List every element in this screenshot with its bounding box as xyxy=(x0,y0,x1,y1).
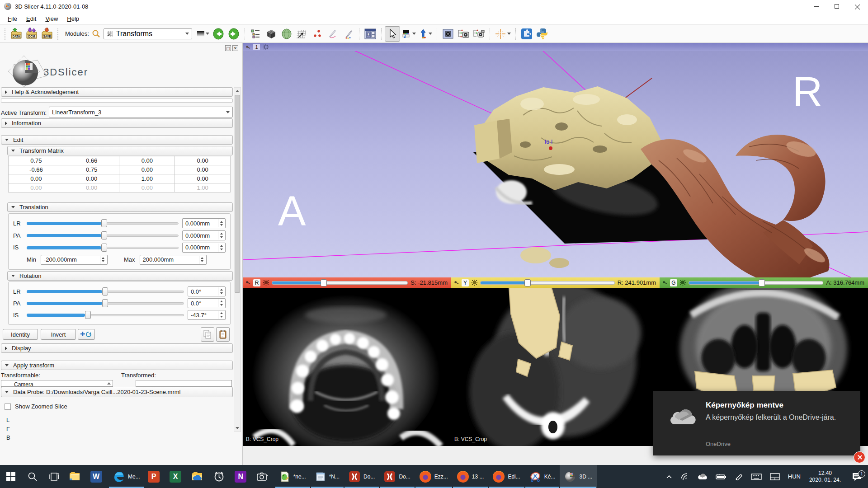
rotation-section[interactable]: Rotation xyxy=(7,271,233,281)
menu-view[interactable]: View xyxy=(41,14,62,24)
module-hierarchy-button[interactable] xyxy=(248,26,264,42)
module-selector[interactable]: Transforms xyxy=(104,28,192,39)
taskbar-app-camera[interactable] xyxy=(253,465,275,488)
undock-panel-icon[interactable]: ▢ xyxy=(225,45,231,51)
active-transform-selector[interactable]: LinearTransform_3 xyxy=(49,107,233,117)
spinner-arrows[interactable] xyxy=(218,299,224,307)
models-module-button[interactable] xyxy=(279,26,294,42)
extensions-manager-button[interactable] xyxy=(519,26,534,42)
tray-touch-keyboard[interactable] xyxy=(747,473,766,480)
transform-matrix-section[interactable]: Transform Matrix xyxy=(7,146,233,155)
close-panel-icon[interactable]: ✕ xyxy=(232,45,238,51)
taskbar-app-file-explorer[interactable] xyxy=(65,465,87,488)
tray-onedrive[interactable] xyxy=(693,474,712,480)
module-history-dropdown[interactable] xyxy=(197,31,209,37)
save-button[interactable]: SAVE xyxy=(39,26,55,42)
tray-chevron-up[interactable] xyxy=(662,474,676,479)
toolbar-grip[interactable] xyxy=(57,28,59,40)
taskbar-app-firefox[interactable]: Edi... xyxy=(488,465,524,488)
menu-edit[interactable]: Edit xyxy=(22,14,40,24)
copy-transform-button[interactable] xyxy=(201,327,214,342)
taskbar-app-alarms[interactable] xyxy=(210,465,231,488)
green-slice-bar[interactable]: G A: 316.764mm xyxy=(660,277,868,288)
transformable-list[interactable]: Camera xyxy=(1,380,113,387)
taskbar-app-edge[interactable]: Me... xyxy=(108,465,145,488)
task-view-button[interactable] xyxy=(43,465,65,488)
taskbar-app-acrobat[interactable]: Do... xyxy=(379,465,415,488)
tray-pen[interactable] xyxy=(731,473,747,480)
spinner-arrows[interactable] xyxy=(218,311,224,319)
annotations-marker-button[interactable] xyxy=(340,26,356,42)
slice-offset-slider[interactable] xyxy=(272,279,408,286)
translation-lr-value[interactable]: 0.000mm xyxy=(182,218,226,228)
tray-clock[interactable]: 12:40 2020. 01. 24. xyxy=(805,470,845,483)
rotation-pa-slider[interactable] xyxy=(27,299,184,307)
maximize-button[interactable] xyxy=(826,0,847,13)
python-console-button[interactable] xyxy=(534,26,550,42)
taskbar-app-powerpoint[interactable]: P xyxy=(145,465,166,488)
spinner-arrows[interactable] xyxy=(218,244,224,252)
scene-view-restore-button[interactable] xyxy=(471,26,486,42)
history-back-button[interactable] xyxy=(211,26,226,42)
scroll-up-icon[interactable] xyxy=(236,90,239,92)
slice-offset-slider[interactable] xyxy=(480,279,615,286)
pin-icon[interactable] xyxy=(245,45,250,50)
data-probe-section[interactable]: Data Probe: D:/Downloads/Varga Csill...2… xyxy=(1,387,233,397)
taskbar-app-snipping-tool[interactable]: Ké... xyxy=(525,465,560,488)
pin-icon[interactable] xyxy=(454,280,459,285)
taskbar-app-acrobat[interactable]: Do... xyxy=(344,465,379,488)
tray-touchpad[interactable] xyxy=(766,473,784,480)
edit-section[interactable]: Edit xyxy=(1,135,233,145)
place-markup-dropdown[interactable] xyxy=(419,28,432,39)
taskbar-app-word[interactable]: W xyxy=(87,465,108,488)
split-transform-button[interactable] xyxy=(78,329,95,340)
red-slice-view[interactable]: B: VCS_Crop xyxy=(243,288,451,446)
slice-visibility-icon[interactable] xyxy=(472,280,477,286)
transformed-list[interactable] xyxy=(136,380,232,387)
slice-visibility-icon[interactable] xyxy=(680,280,686,286)
invert-button[interactable]: Invert xyxy=(41,329,76,340)
menu-file[interactable]: File xyxy=(4,14,21,24)
close-button[interactable] xyxy=(847,0,868,13)
translation-min-value[interactable]: -200.000mm xyxy=(41,255,108,265)
transform-matrix-table[interactable]: 0.750.660.000.00 -0.660.750.000.00 0.000… xyxy=(8,156,231,192)
spinner-arrows[interactable] xyxy=(100,256,106,264)
translation-pa-slider[interactable] xyxy=(27,231,179,239)
rotation-lr-value[interactable]: 0.0° xyxy=(188,286,226,296)
view-options-icon[interactable] xyxy=(263,44,269,50)
annotations-ruler-button[interactable] xyxy=(325,26,340,42)
help-acknowledgement-section[interactable]: Help & Acknowledgement xyxy=(1,87,233,97)
onedrive-notification[interactable]: Képernyőkép mentve A képernyőkép felkerü… xyxy=(653,391,860,455)
menu-help[interactable]: Help xyxy=(63,14,83,24)
window-level-dropdown[interactable] xyxy=(401,29,416,39)
translation-max-value[interactable]: 200.000mm xyxy=(140,255,207,265)
identity-button[interactable]: Identity xyxy=(3,329,38,340)
slice-offset-slider[interactable] xyxy=(689,279,823,286)
pin-icon[interactable] xyxy=(245,280,250,285)
yellow-slice-view[interactable]: B: VCS_Crop xyxy=(451,288,660,446)
search-button[interactable] xyxy=(22,465,43,488)
transformable-item[interactable]: Camera xyxy=(1,380,113,387)
yellow-slice-bar[interactable]: Y R: 241.901mm xyxy=(451,277,660,288)
transforms-module-button[interactable] xyxy=(294,26,310,42)
layout-selector-button[interactable] xyxy=(363,26,378,42)
translation-section[interactable]: Translation xyxy=(7,202,233,212)
taskbar-app-onedrive-folder[interactable] xyxy=(188,465,210,488)
panel-scrollbar[interactable] xyxy=(234,87,241,432)
start-button[interactable] xyxy=(0,465,22,488)
scene-view-capture-button[interactable] xyxy=(456,26,471,42)
spinner-arrows[interactable] xyxy=(218,219,224,227)
spinner-arrows[interactable] xyxy=(218,231,224,239)
dicom-button[interactable]: DCM xyxy=(24,26,39,42)
translation-lr-slider[interactable] xyxy=(27,219,179,227)
translation-pa-value[interactable]: 0.000mm xyxy=(182,230,226,240)
show-zoomed-slice-checkbox[interactable] xyxy=(5,404,11,410)
threed-view[interactable]: 1 A R Io-I xyxy=(243,43,868,277)
taskbar-app-firefox[interactable]: 13 ... xyxy=(453,465,489,488)
taskbar-app-notepad[interactable]: *N... xyxy=(311,465,344,488)
history-forward-button[interactable] xyxy=(226,26,241,42)
rotation-is-slider[interactable] xyxy=(27,311,184,319)
toolbar-grip[interactable] xyxy=(4,28,6,40)
red-slice-bar[interactable]: R S: -21.815mm xyxy=(243,277,451,288)
display-section[interactable]: Display xyxy=(1,343,233,353)
